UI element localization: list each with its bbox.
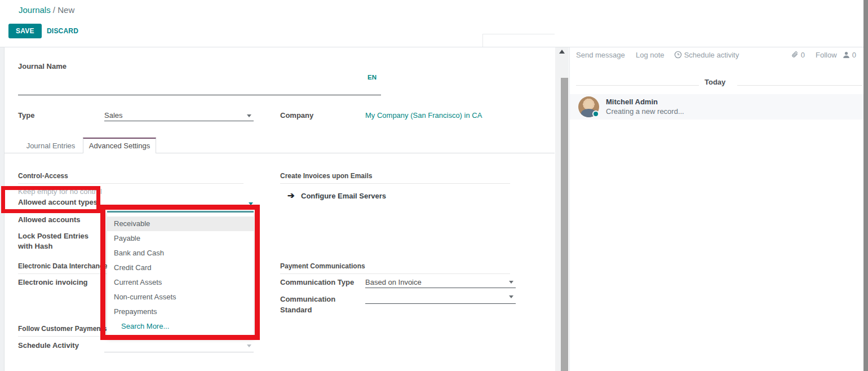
account-types-dropdown: Receivable Payable Bank and Cash Credit … [107, 211, 254, 337]
communication-standard-underline [365, 303, 516, 304]
communication-type-caret-icon[interactable] [509, 281, 513, 284]
section-control-access: Control-Access [18, 172, 243, 184]
statusbar-divider-vertical [482, 34, 483, 47]
message-body: Creating a new record... [606, 107, 684, 116]
paperclip-icon [791, 51, 799, 59]
configure-email-servers-label: Configure Email Servers [301, 192, 386, 200]
journal-name-underline [18, 95, 381, 95]
schedule-activity-button[interactable]: Schedule activity [674, 51, 739, 59]
configure-email-servers-link[interactable]: ➔ Configure Email Servers [287, 191, 386, 201]
send-message-button[interactable]: Send message [576, 51, 625, 59]
dropdown-item-prepayments[interactable]: Prepayments [107, 304, 254, 319]
communication-type-select[interactable]: Based on Invoice [365, 278, 422, 286]
dropdown-item-receivable[interactable]: Receivable [107, 217, 254, 231]
tab-advanced-settings[interactable]: Advanced Settings [83, 138, 156, 153]
follow-button[interactable]: Follow [816, 51, 837, 59]
schedule-activity-caret-icon[interactable] [247, 344, 251, 347]
dropdown-item-bank-and-cash[interactable]: Bank and Cash [107, 246, 254, 260]
journal-name-label: Journal Name [18, 62, 67, 70]
section-create-invoices-upon-emails: Create Invoices upon Emails [280, 172, 510, 184]
communication-type-label: Communication Type [280, 278, 354, 286]
discard-button[interactable]: DISCARD [47, 27, 78, 35]
today-divider-line-right [737, 85, 862, 86]
attachment-count: 0 [801, 51, 805, 59]
sheet-left-gutter [0, 47, 5, 371]
allowed-account-types-caret-icon[interactable] [249, 202, 253, 205]
lock-posted-entries-label: Lock Posted Entries with Hash [18, 231, 98, 251]
clock-icon [674, 51, 682, 59]
section-payment-communications: Payment Communications [280, 262, 510, 274]
dropdown-item-current-assets[interactable]: Current Assets [107, 275, 254, 290]
company-link[interactable]: My Company (San Francisco) in CA [365, 111, 482, 120]
journal-name-input[interactable] [18, 73, 381, 95]
communication-standard-label: Communication Standard [280, 294, 343, 315]
dropdown-search-more-link[interactable]: Search More... [107, 319, 254, 334]
dropdown-item-payable[interactable]: Payable [107, 231, 254, 246]
control-access-hint: Keep empty for no control [18, 187, 102, 196]
attachments-button[interactable]: 0 [791, 51, 805, 59]
breadcrumb: Journals / New [19, 5, 74, 15]
tab-journal-entries[interactable]: Journal Entries [19, 139, 83, 153]
breadcrumb-current: New [57, 5, 74, 15]
allowed-accounts-label: Allowed accounts [18, 215, 81, 224]
today-divider-label: Today [705, 78, 725, 86]
content-top-divider [0, 47, 863, 47]
message-author: Mitchell Admin [606, 98, 658, 106]
online-status-icon [592, 111, 599, 117]
communication-standard-caret-icon[interactable] [509, 295, 513, 298]
allowed-account-types-label: Allowed account types [18, 198, 98, 206]
window-scrollbar[interactable] [863, 0, 868, 371]
type-select-caret-icon[interactable] [247, 114, 251, 117]
follower-count: 0 [852, 51, 856, 59]
electronic-invoicing-label: Electronic invoicing [18, 278, 88, 286]
communication-type-underline [365, 288, 516, 288]
schedule-activity-underline [104, 352, 254, 352]
form-scrollbar-thumb[interactable] [561, 78, 568, 371]
schedule-activity-label: Schedule Activity [18, 341, 79, 350]
language-badge[interactable]: EN [367, 74, 377, 81]
type-label: Type [18, 111, 34, 120]
today-divider-line-left [576, 85, 699, 86]
followers-button[interactable]: 0 [843, 51, 856, 59]
scroll-up-arrow-icon[interactable] [559, 50, 565, 54]
breadcrumb-journals-link[interactable]: Journals [19, 5, 51, 15]
person-icon [843, 51, 850, 59]
dropdown-item-credit-card[interactable]: Credit Card [107, 260, 254, 275]
schedule-activity-button-label: Schedule activity [684, 51, 739, 59]
arrow-right-icon: ➔ [287, 191, 295, 200]
save-button[interactable]: SAVE [8, 24, 42, 38]
company-label: Company [280, 111, 313, 120]
statusbar-divider-horizontal [482, 34, 555, 34]
type-select-value[interactable]: Sales [104, 111, 123, 120]
avatar-face [584, 100, 593, 109]
log-note-button[interactable]: Log note [636, 51, 665, 59]
dropdown-item-non-current-assets[interactable]: Non-current Assets [107, 290, 254, 304]
breadcrumb-separator: / [51, 5, 58, 15]
type-select-underline [104, 121, 254, 121]
